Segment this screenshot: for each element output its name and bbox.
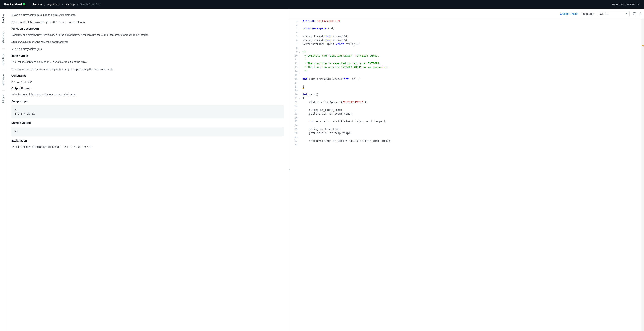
code-text[interactable] <box>300 30 304 34</box>
code-line[interactable]: 2 <box>290 23 644 27</box>
code-line[interactable]: 17 <box>290 81 644 85</box>
logo-square-icon <box>23 3 26 6</box>
code-text[interactable]: * <box>300 58 306 62</box>
tab-problem[interactable]: Problem <box>2 10 4 26</box>
code-line[interactable]: 10 * Complete the 'simpleArraySum' funct… <box>290 54 644 58</box>
code-text[interactable]: int simpleArraySum(vector<int> ar) { <box>300 77 360 81</box>
code-text[interactable] <box>300 143 304 147</box>
code-line[interactable]: 5string ltrim(const string &); <box>290 34 644 38</box>
code-line[interactable]: 25 getline(cin, ar_count_temp); <box>290 112 644 116</box>
code-text[interactable] <box>300 81 304 85</box>
code-line[interactable]: 14 */ <box>290 69 644 73</box>
change-theme-link[interactable]: Change Theme <box>560 12 578 15</box>
code-line[interactable]: 19 <box>290 88 644 92</box>
code-text[interactable] <box>300 124 304 128</box>
code-text[interactable]: using namespace std; <box>300 26 334 30</box>
code-line[interactable]: 20int main() <box>290 92 644 96</box>
code-editor[interactable]: 1#include <bits/stdc++.h>2 3using namesp… <box>290 19 644 331</box>
code-text[interactable]: string ar_count_temp; <box>300 108 342 112</box>
code-text[interactable]: * The function is expected to return an … <box>300 62 381 66</box>
code-text[interactable]: string ar_temp_temp; <box>300 127 341 131</box>
code-text[interactable] <box>300 104 304 108</box>
breadcrumb-warmup[interactable]: Warmup <box>65 3 75 6</box>
top-bar-left: HackerRank Prepare ❯ Algorithms ❯ Warmup… <box>4 2 101 6</box>
collapse-icon[interactable] <box>638 3 640 6</box>
code-text[interactable] <box>300 116 304 120</box>
code-line[interactable]: 8 <box>290 46 644 50</box>
breadcrumb-algorithms[interactable]: Algorithms <box>47 3 60 6</box>
code-line[interactable]: 18} <box>290 85 644 89</box>
tab-leaderboard[interactable]: Leaderboard <box>2 50 4 69</box>
code-line[interactable]: 27 int ar_count = stoi(ltrim(rtrim(ar_co… <box>290 120 644 124</box>
code-text[interactable]: int ar_count = stoi(ltrim(rtrim(ar_count… <box>300 120 387 124</box>
code-text[interactable]: */ <box>300 69 308 73</box>
code-text[interactable] <box>300 88 304 92</box>
problem-pane[interactable]: Given an array of integers, find the sum… <box>6 9 290 331</box>
code-line[interactable]: 3using namespace std; <box>290 26 644 30</box>
code-line[interactable]: 26 <box>290 116 644 120</box>
tab-editorial[interactable]: Editorial <box>2 91 4 106</box>
code-line[interactable]: 13 * The function accepts INTEGER_ARRAY … <box>290 65 644 69</box>
code-text[interactable]: /* <box>300 50 306 54</box>
constraints-expr: 0 < n, ar[i] ≤ 1000 <box>11 80 284 84</box>
line-number: 32 <box>290 139 300 143</box>
code-line[interactable]: 30 getline(cin, ar_temp_temp); <box>290 131 644 135</box>
input-line-2: The second line contains n space-separat… <box>11 67 284 72</box>
minimap-scrollbar[interactable] <box>641 19 644 331</box>
line-number: 20 <box>290 92 300 96</box>
line-number: 26 <box>290 116 300 120</box>
code-line[interactable]: 9⌄/* <box>290 50 644 54</box>
line-number: 7 <box>290 42 300 46</box>
code-text[interactable]: vector<string> split(const string &); <box>300 42 362 46</box>
code-text[interactable] <box>300 23 304 27</box>
code-text[interactable]: } <box>300 85 304 89</box>
line-number: 5 <box>290 34 300 38</box>
history-icon[interactable] <box>633 12 636 16</box>
code-text[interactable]: ofstream fout(getenv("OUTPUT_PATH")); <box>300 100 368 104</box>
code-text[interactable] <box>300 135 304 139</box>
params-list: ar: an array of integers <box>15 47 284 52</box>
code-text[interactable]: int main() <box>300 92 318 96</box>
sample-input-box: 6 1 2 3 4 10 11 <box>11 105 284 118</box>
code-line[interactable]: 31 <box>290 135 644 139</box>
code-line[interactable]: 29 string ar_temp_temp; <box>290 127 644 131</box>
code-text[interactable]: string rtrim(const string &); <box>300 38 348 42</box>
code-text[interactable] <box>300 73 304 77</box>
code-text[interactable] <box>300 46 304 50</box>
function-description-body: Complete the simpleArraySum function in … <box>11 33 284 37</box>
editor-toolbar: Change Theme Language C++11 <box>290 9 644 19</box>
code-line[interactable]: 28 <box>290 124 644 128</box>
code-line[interactable]: 23 <box>290 104 644 108</box>
code-line[interactable]: 24 string ar_count_temp; <box>290 108 644 112</box>
tab-submissions[interactable]: Submissions <box>2 28 4 48</box>
code-line[interactable]: 21⌄{ <box>290 96 644 100</box>
code-line[interactable]: 33 <box>290 143 644 147</box>
minimap-mark <box>642 45 644 46</box>
code-text[interactable]: * Complete the 'simpleArraySum' function… <box>300 54 379 58</box>
code-line[interactable]: 1#include <bits/stdc++.h> <box>290 19 644 23</box>
code-line[interactable]: 11 * <box>290 58 644 62</box>
code-text[interactable]: { <box>300 96 304 100</box>
code-line[interactable]: 15 <box>290 73 644 77</box>
more-icon[interactable] <box>640 12 640 16</box>
code-line[interactable]: 12 * The function is expected to return … <box>290 62 644 66</box>
code-text[interactable]: string ltrim(const string &); <box>300 34 348 38</box>
exit-fullscreen-link[interactable]: Exit Full Screen View <box>611 3 634 6</box>
code-line[interactable]: 22 ofstream fout(getenv("OUTPUT_PATH")); <box>290 100 644 104</box>
language-select[interactable]: C++11 <box>598 11 630 17</box>
code-text[interactable]: vector<string> ar_temp = split(rtrim(ar_… <box>300 139 392 143</box>
code-line[interactable]: 32 vector<string> ar_temp = split(rtrim(… <box>290 139 644 143</box>
code-line[interactable]: 7vector<string> split(const string &); <box>290 42 644 46</box>
code-text[interactable]: #include <bits/stdc++.h> <box>300 19 341 23</box>
code-text[interactable]: getline(cin, ar_count_temp); <box>300 112 354 116</box>
code-text[interactable]: * The function accepts INTEGER_ARRAY ar … <box>300 65 389 69</box>
code-line[interactable]: 6string rtrim(const string &); <box>290 38 644 42</box>
code-text[interactable]: getline(cin, ar_temp_temp); <box>300 131 352 135</box>
tab-discussions[interactable]: Discussions <box>2 71 4 90</box>
line-number: 28 <box>290 124 300 128</box>
logo[interactable]: HackerRank <box>4 2 26 6</box>
line-number: 6 <box>290 38 300 42</box>
code-line[interactable]: 4 <box>290 30 644 34</box>
breadcrumb-prepare[interactable]: Prepare <box>32 3 42 6</box>
code-line[interactable]: 16int simpleArraySum(vector<int> ar) { <box>290 77 644 81</box>
